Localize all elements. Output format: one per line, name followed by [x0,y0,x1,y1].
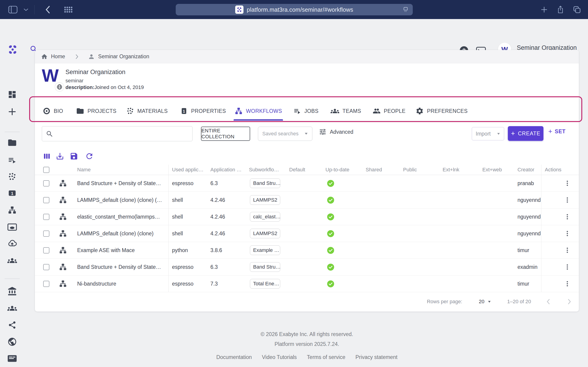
sidebar-item-properties[interactable]: 1 [7,188,17,198]
subworkflow-chip[interactable]: Total Ene… [250,279,280,289]
breadcrumb-home[interactable]: Home [51,53,65,60]
footer-link-terms[interactable]: Terms of service [307,354,345,360]
jobs-list-icon [293,107,301,115]
tabs-overview-icon[interactable] [573,6,581,14]
previous-page-icon[interactable] [546,298,551,306]
col-creator[interactable]: Creator [514,165,541,175]
sidebar-item-materials[interactable] [7,172,17,181]
col-public[interactable]: Public [400,165,439,175]
col-up-to-date[interactable]: Up-to-date [322,165,362,175]
download-icon[interactable] [56,152,64,161]
reader-view-icon[interactable] [403,7,409,13]
sidebar-item-uploads[interactable] [7,239,17,249]
workflow-name[interactable]: Example ASE with Mace [77,242,168,259]
sidebar-toggle-icon[interactable] [8,6,17,14]
save-icon[interactable] [69,152,78,161]
row-actions-kebab-icon[interactable] [564,264,571,270]
col-ext-lnk[interactable]: Ext+lnk [439,165,479,175]
col-ext-web[interactable]: Ext+web [479,165,514,175]
workflow-name[interactable]: Band Structure + Density of State… [77,259,168,275]
row-checkbox[interactable] [43,281,49,287]
row-actions-kebab-icon[interactable] [564,247,571,254]
sidebar-item-team[interactable] [7,256,17,265]
sidebar-item-organization[interactable] [7,286,17,296]
row-actions-kebab-icon[interactable] [564,213,571,220]
footer-link-documentation[interactable]: Documentation [216,354,252,360]
sidebar-item-people[interactable] [7,303,17,313]
select-all-checkbox[interactable] [43,167,49,173]
sidebar-item-workflows[interactable] [7,205,17,215]
tab-jobs[interactable]: JOBS [293,101,319,121]
view-columns-icon[interactable] [43,152,51,161]
row-checkbox[interactable] [43,180,49,186]
tune-icon [319,128,327,136]
col-default[interactable]: Default [286,165,322,175]
row-actions-kebab-icon[interactable] [564,280,571,287]
col-name[interactable]: Name [77,165,168,175]
col-shared[interactable]: Shared [362,165,400,175]
entire-collection-button[interactable]: ENTIRE COLLECTION [201,127,250,141]
workflow-name[interactable]: Band Structure + Density of State… [77,175,168,192]
subworkflow-chip[interactable]: Example … [250,245,280,255]
up-to-date-check-icon [327,196,334,204]
row-checkbox[interactable] [43,264,49,270]
sidebar-item-dashboard[interactable] [7,90,17,99]
row-checkbox[interactable] [43,247,49,253]
import-select[interactable]: Import [472,127,504,140]
tab-preferences[interactable]: PREFERENCES [415,101,468,121]
subworkflow-chip[interactable]: LAMMPS2 [250,195,280,205]
gear-icon [415,107,424,115]
tab-grid-icon[interactable] [64,5,72,14]
share-icon[interactable] [557,6,564,14]
workflow-name[interactable]: LAMMPS_default (clone) (clone) [77,225,168,242]
tab-materials[interactable]: MATERIALS [126,101,168,121]
row-checkbox[interactable] [43,231,49,237]
col-application-version[interactable]: Application … [207,165,246,175]
sidebar-item-projects[interactable] [7,138,17,148]
subworkflow-chip[interactable]: calc_elast… [250,212,280,222]
col-actions: Actions [541,165,579,175]
tab-workflows[interactable]: WORKFLOWS [234,101,282,121]
tab-bio[interactable]: BIO [43,101,63,121]
subworkflow-chip[interactable]: LAMMPS2 [250,229,280,238]
row-actions-kebab-icon[interactable] [564,197,571,203]
rows-per-page-select[interactable]: 20 [479,299,491,305]
tab-properties[interactable]: 1 PROPERTIES [180,101,226,121]
row-checkbox[interactable] [43,197,49,203]
new-tab-icon[interactable] [540,6,548,14]
footer-link-privacy[interactable]: Privacy statement [355,354,398,360]
refresh-icon[interactable] [85,152,94,161]
tab-teams[interactable]: TEAMS [330,101,361,121]
sidebar-item-subscriptions[interactable] [7,354,17,363]
sidebar-item-create[interactable] [7,107,17,117]
tab-people[interactable]: PEOPLE [372,101,405,121]
home-icon[interactable] [41,53,48,60]
sidebar-item-jobs[interactable] [7,155,17,165]
workflow-name[interactable]: Ni-bandstructure [77,275,168,292]
col-used-application[interactable]: Used applic… [168,165,207,175]
col-subworkflows[interactable]: Subworkflo… [246,165,286,175]
set-button[interactable]: + SET [548,128,565,135]
pagination-range: 1–20 of 20 [507,299,531,305]
address-bar[interactable]: platform.mat3ra.com/seminar/#workflows [176,4,413,15]
row-actions-kebab-icon[interactable] [564,230,571,237]
sidebar-item-shared[interactable] [7,320,17,330]
row-actions-kebab-icon[interactable] [564,180,571,187]
subworkflow-chip[interactable]: Band Stru… [250,262,280,272]
subworkflow-chip[interactable]: Band Stru… [250,178,280,188]
workflow-tree-icon [234,107,243,115]
back-icon[interactable] [45,5,51,14]
advanced-filters-button[interactable]: Advanced [319,128,353,136]
workflow-name[interactable]: LAMMPS_default (clone) (clone) (… [77,192,168,208]
row-checkbox[interactable] [43,214,49,220]
footer-link-video-tutorials[interactable]: Video Tutorials [262,354,297,360]
chevron-down-icon[interactable] [23,8,28,11]
next-page-icon[interactable] [567,298,572,306]
workflow-name[interactable]: elastic_constant_thermo(lammps… [77,209,168,225]
tab-projects[interactable]: PROJECTS [76,101,116,121]
saved-searches-select[interactable]: Saved searches [258,127,312,141]
create-button[interactable]: + CREATE [508,126,544,141]
sidebar-item-web[interactable] [7,337,17,347]
search-input[interactable] [56,127,190,140]
sidebar-item-media[interactable] [7,222,17,232]
